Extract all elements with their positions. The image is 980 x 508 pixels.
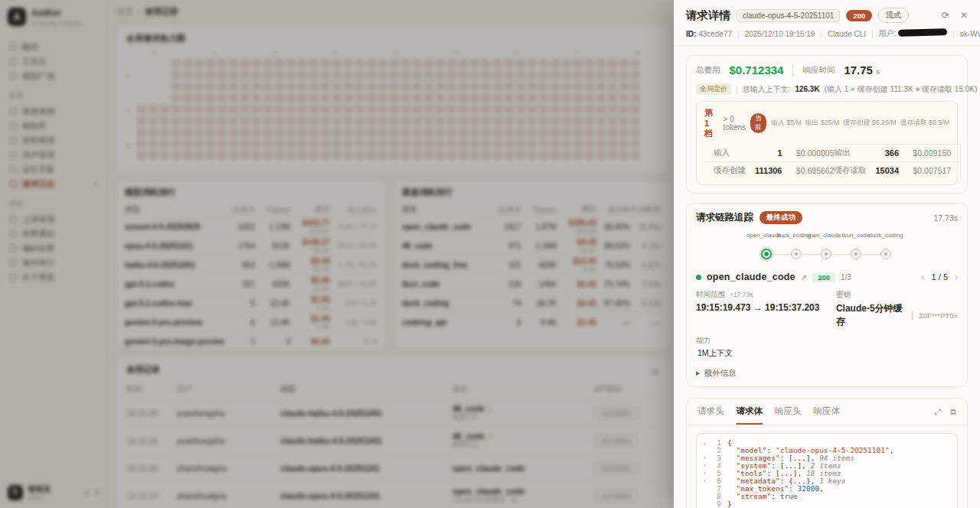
key-masked-value: Z0F***PT0= (919, 311, 958, 320)
cost-cell: $5.45 21.4K (290, 276, 330, 292)
log-channel: open_claude_code (452, 464, 594, 473)
copy-icon[interactable]: ⧉ (950, 407, 956, 417)
token-count: 38.7K (521, 299, 557, 308)
trace-title: 请求链路追踪 (696, 211, 753, 224)
sidebar-item[interactable]: 关于系统 (8, 270, 99, 285)
fold-chevron-icon[interactable]: › (703, 477, 710, 485)
refresh-icon[interactable]: ⟳ (942, 10, 949, 21)
sidebar-item[interactable]: 请求日志 › (8, 177, 99, 191)
trace-node[interactable] (791, 249, 802, 259)
cost-value: $1.45 (557, 318, 596, 327)
app-logo[interactable]: A AxiKor AI Gateway 管理控制台 (8, 8, 99, 28)
fold-chevron-icon (703, 447, 710, 454)
table-row[interactable]: 19:15:36 yuanhongzhu claude-haiku-4-5-20… (126, 426, 659, 454)
refresh-icon[interactable]: ⟳ (652, 367, 659, 377)
close-icon[interactable]: ✕ (960, 10, 968, 21)
table-row[interactable]: opus-4-5-20251101 1764 812K $148.37 95.4… (125, 236, 377, 255)
success-rate: — (596, 318, 630, 327)
sidebar-item[interactable]: 渠道管理 (8, 104, 99, 119)
table-row[interactable]: duck_coding_free 331 420K $14.45 8.4K 76… (402, 255, 661, 274)
expand-icon[interactable]: ⤢ (934, 407, 941, 417)
drawer-title: 请求详情 (686, 8, 730, 23)
cost-cell: $14.45 8.4K (557, 257, 596, 273)
token-value: 1 (755, 148, 782, 158)
tab-响应体[interactable]: 响应体 (814, 405, 841, 425)
sidebar-item[interactable]: 密钥管理 (8, 133, 99, 148)
sidebar-item-icon (10, 58, 17, 65)
sidebar-item[interactable]: 告警通知 (8, 226, 99, 241)
trace-node[interactable] (851, 249, 861, 259)
trace-node[interactable] (880, 249, 891, 259)
trace-node[interactable] (821, 249, 831, 259)
cost-sub: 2.1K (290, 304, 330, 311)
table-row[interactable]: 19:15:39 yuanhongzhu claude-haiku-4-5-20… (126, 399, 659, 426)
table-row[interactable]: codeing_api 6 8.4K $1.45 — — (402, 312, 661, 331)
breadcrumb-home[interactable]: 首页 (116, 6, 133, 18)
sidebar-item[interactable]: 模型库 (8, 119, 99, 133)
sidebar-item[interactable]: 工作台 (8, 54, 99, 69)
api-key-chip[interactable]: s1AcM4u (594, 435, 639, 447)
sidebar-item[interactable]: 偏好设置 (8, 241, 99, 256)
tier-rates: 输入 $5/M 输出 $25/M 缓存创建 $6.25/M 缓存读取 $0.5/… (771, 119, 949, 128)
sidebar-item-label: 定价方案 (22, 164, 54, 175)
sidebar-item[interactable]: 上游管理 (8, 212, 99, 226)
x-tick: 4 (394, 49, 397, 56)
code-lines: ⌄1{2 "model": "claude-opus-4-5-20251101"… (703, 439, 951, 508)
fold-chevron-icon[interactable]: › (703, 470, 710, 477)
sidebar-item[interactable]: 定价方案 (8, 162, 99, 177)
cost-value: $1.45 (290, 314, 330, 323)
request-count: 331 (491, 261, 521, 269)
table-row[interactable]: duck_coding 74 38.7K $2.45 87.45% 3.13s (402, 293, 661, 312)
next-page-icon[interactable]: › (955, 272, 958, 282)
tab-请求头[interactable]: 请求头 (697, 405, 724, 425)
table-row[interactable]: gpt-5.1-codex-max 5 22.4K $2.45 2.1K 20K… (125, 293, 377, 312)
attempt-header: open_claude_code ↗ 200 1/3 ‹ 1 / 5 › (696, 272, 958, 282)
api-key-chip[interactable]: s1AcM4u (594, 407, 639, 419)
sidebar-collapse-icon[interactable]: « (94, 488, 99, 497)
trace-node[interactable] (761, 249, 772, 259)
table-row[interactable]: 19:15:19 zhanzhuaigou claude-opus-4-5-20… (126, 481, 659, 508)
col-header: Tokens (521, 206, 557, 214)
cost-cell: $1.45 (557, 318, 596, 327)
log-model: claude-opus-4-5-20251101 (280, 491, 452, 500)
extra-info-toggle[interactable]: ▶ 额外信息 (696, 368, 958, 379)
io-tokens: 1.1M / 54.3K (330, 261, 377, 269)
log-model: claude-haiku-4-5-20251001 (280, 436, 452, 445)
sidebar-item[interactable]: 用户管理 (8, 148, 99, 162)
io-tokens: 20K / 1.2K (330, 299, 377, 307)
fold-chevron-icon[interactable]: › (703, 462, 710, 470)
table-row[interactable]: haiku-4-5-20251001 653 1.28M $9.45 52.7K… (125, 255, 377, 274)
tab-请求体[interactable]: 请求体 (737, 405, 763, 425)
sidebar-group-3: 上游管理 告警通知 偏好设置 操作审计 (8, 212, 99, 285)
sidebar-item[interactable]: 操作审计 (8, 256, 99, 270)
cost-sub: 354.2K (557, 227, 596, 235)
sidebar-user[interactable]: 管 管理员 admin ◑ « (8, 484, 99, 500)
sidebar-item[interactable]: 模型广场 (8, 69, 99, 83)
table-row[interactable]: ikun_code 130 145K $3.45 79.74% 7.64s (402, 274, 661, 293)
api-key-chip[interactable]: s1AcM4u (594, 462, 639, 474)
theme-toggle-icon[interactable]: ◑ (83, 488, 88, 497)
fold-chevron-icon[interactable]: ⌄ (703, 439, 710, 447)
model-name: haiku-4-5-20251001 (125, 261, 224, 269)
fold-chevron-icon[interactable]: › (703, 454, 710, 462)
extra-info-label: 额外信息 (704, 368, 736, 379)
api-key-chip[interactable]: s1AcM4u (594, 490, 639, 502)
tab-响应头[interactable]: 响应头 (775, 405, 802, 425)
sidebar-item[interactable]: 概览 (8, 40, 99, 54)
prev-page-icon[interactable]: ‹ (922, 272, 925, 282)
col-header: 输入/输出 (330, 205, 377, 215)
table-row[interactable]: gemini-3-pro-image-preview 1 3 $0.45 3 /… (125, 331, 377, 350)
table-row[interactable]: 19:15:30 zhanzhuaigou claude-opus-4-5-20… (126, 454, 659, 481)
sidebar-item-icon (10, 44, 17, 50)
client-name: Claude CLI (828, 30, 866, 38)
table-row[interactable]: open_claude_code 2417 1.87M $395.44 354.… (402, 217, 661, 236)
table-row[interactable]: 48_code 471 1.24M $4.49 16.4K 88.03% 4.1… (402, 236, 661, 255)
table-row[interactable]: sonnet-4-5-20250929 1602 1.13M $443.77 4… (125, 217, 377, 236)
table-row[interactable]: gemini-3-pro-preview 6 13.4K $1.45 1.3K … (125, 312, 377, 331)
model-table-title: 模型消耗排行 (125, 187, 377, 198)
token-label: 输出 (835, 148, 876, 158)
request-count: 6 (491, 318, 521, 327)
table-row[interactable]: gpt-5.1-codex 221 430K $5.45 21.4K 391K … (125, 274, 377, 293)
fold-chevron-icon (703, 500, 710, 508)
external-link-icon[interactable]: ↗ (801, 273, 807, 282)
